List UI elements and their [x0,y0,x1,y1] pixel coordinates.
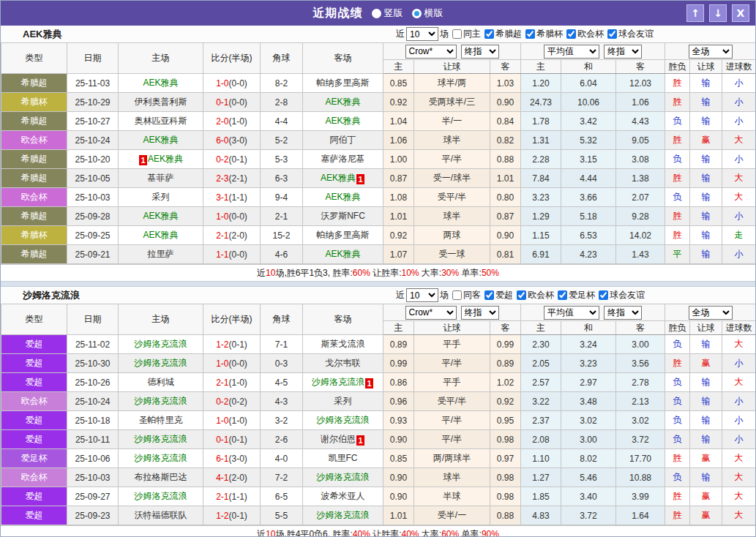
rounds-select[interactable]: 10 [406,27,438,41]
odds-away: 0.81 [490,245,521,264]
avg-home: 6.91 [521,245,561,264]
result-outcome-value: 平 [673,249,682,259]
team-section-1: 沙姆洛克流浪近10场同客爱超欧会杯爱足杯球会友谊类型日期主场比分(半场)角球客场… [1,287,755,537]
col-header-3: 比分(半场) [203,304,261,335]
crow-select[interactable]: Crow* [405,306,457,320]
result-handicap: 赢 [690,506,722,525]
recent-results-window: 近期战绩 竖版 横版 ↑ ↓ X AEK雅典近10场同主希腊超希腊杯欧会杯球会友… [0,0,756,537]
result-handicap-value: 赢 [702,491,711,501]
score-cell: 2-1(2-0) [203,226,261,245]
score-cell: 1-1(0-0) [203,245,261,264]
fulltime-score: 0-2 [216,154,228,165]
result-handicap: 输 [690,392,722,411]
corner-cell: 5-3 [261,150,303,169]
away-team-cell: 帕纳多里高斯 [303,226,383,245]
fullmatch-select[interactable]: 全场 [689,45,733,59]
competition-checkbox-input-0[interactable] [484,29,494,39]
competition-checkbox-input-0[interactable] [484,290,494,300]
team-name: 沙姆洛克流浪 [317,415,370,425]
close-button[interactable]: X [732,4,749,22]
result-outcome: 负 [665,335,690,354]
corner-cell: 5-5 [261,506,303,525]
move-up-button[interactable]: ↑ [686,4,704,22]
sub-header-8: 进球数 [722,321,756,335]
competition-checkbox-input-2[interactable] [558,290,567,300]
same-venue-checkbox[interactable]: 同客 [449,289,481,301]
summary-part: 50% [482,268,499,278]
odds-away: 1.02 [490,373,521,392]
team-section-0: AEK雅典近10场同主希腊超希腊杯欧会杯球会友谊类型日期主场比分(半场)角球客场… [1,26,755,281]
match-type-badge: 爱超 [1,506,67,525]
team-name: 伊利奥普利斯 [135,97,187,107]
team-name: 沙姆洛克流浪 [135,453,187,463]
away-team-cell: 戈尔韦联 [303,354,383,373]
home-team-cell: 奥林匹亚科斯 [119,112,203,131]
competition-checkbox-input-2[interactable] [566,29,576,39]
radio-horizontal-icon[interactable] [412,9,422,18]
result-outcome: 胜 [665,131,690,150]
odds-away: 0.98 [490,487,521,506]
avg-away: 3.00 [616,335,665,354]
competition-checkbox-2[interactable]: 欧会杯 [563,28,604,40]
match-date: 25-10-24 [67,392,119,411]
match-row: 爱超25-09-27沙姆洛克流浪2-1(1-1)6-5波希米亚人0.90半球0.… [1,487,756,506]
competition-checkbox-0[interactable]: 爱超 [481,289,513,301]
avg-away: 3.08 [616,150,665,169]
team-name: 采列 [152,192,170,202]
away-team-cell: 塞萨洛尼基 [303,150,383,169]
final-index-select-2[interactable]: 终指 [604,306,642,320]
average-select[interactable]: 平均值 [544,45,599,59]
final-index-select-2[interactable]: 终指 [604,45,642,59]
near-label: 近 [396,289,405,301]
avg-draw: 5.46 [561,468,616,487]
team-name: 沙姆洛克流浪 [135,339,187,349]
final-index-select-1[interactable]: 终指 [461,306,499,320]
radio-vertical-icon[interactable] [372,9,381,18]
competition-checkbox-3[interactable]: 球会友谊 [595,289,645,301]
radio-horizontal[interactable]: 横版 [412,7,444,20]
competition-checkbox-input-1[interactable] [525,29,535,39]
match-date: 25-10-05 [67,169,119,188]
average-select[interactable]: 平均值 [544,306,599,320]
col-header-2: 主场 [119,304,203,335]
result-outcome-value: 胜 [673,211,682,221]
table-header-row-1: 类型日期主场比分(半场)角球客场Crow*终指平均值终指全场 [1,43,756,60]
competition-checkbox-3[interactable]: 球会友谊 [604,28,654,40]
odds-away: 0.95 [490,411,521,430]
result-outcome: 胜 [665,487,690,506]
avg-draw: 3.72 [561,506,616,525]
competition-checkbox-1[interactable]: 希腊杯 [522,28,563,40]
move-down-button[interactable]: ↓ [709,4,727,22]
result-goals: 小 [722,112,756,131]
final-index-select-1[interactable]: 终指 [461,45,499,59]
crow-select[interactable]: Crow* [405,45,457,59]
sub-header-0: 主 [383,321,414,335]
halftime-score: (0-0) [229,78,247,89]
result-handicap: 输 [690,188,722,207]
competition-checkbox-input-3[interactable] [599,290,608,300]
result-handicap-value: 输 [702,154,711,164]
corner-cell: 2-1 [261,207,303,226]
competition-checkbox-0[interactable]: 希腊超 [481,28,522,40]
competition-checkbox-1[interactable]: 欧会杯 [513,289,554,301]
competition-checkbox-2[interactable]: 爱足杯 [554,289,595,301]
match-row: 希腊杯25-09-25AEK雅典2-1(2-0)15-2帕纳多里高斯0.92两球… [1,226,756,245]
same-venue-checkbox-input[interactable] [452,290,462,300]
competition-checkbox-input-3[interactable] [607,29,617,39]
same-venue-checkbox-input[interactable] [452,29,462,39]
avg-draw: 3.42 [561,112,616,131]
competition-checkbox-input-1[interactable] [517,290,526,300]
corner-cell: 15-2 [261,226,303,245]
avg-away: 1.38 [616,169,665,188]
avg-away: 9.28 [616,207,665,226]
result-outcome-value: 负 [673,339,682,349]
result-goals: 大 [722,188,756,207]
summary-part: 90% [482,529,499,537]
fullmatch-select[interactable]: 全场 [689,306,733,320]
same-venue-checkbox[interactable]: 同主 [449,28,481,40]
rounds-select[interactable]: 10 [406,288,438,302]
avg-away: 12.03 [616,74,665,93]
team-name: 帕纳多里高斯 [317,78,370,88]
result-goals-value: 大 [735,377,744,387]
radio-vertical[interactable]: 竖版 [372,7,403,20]
